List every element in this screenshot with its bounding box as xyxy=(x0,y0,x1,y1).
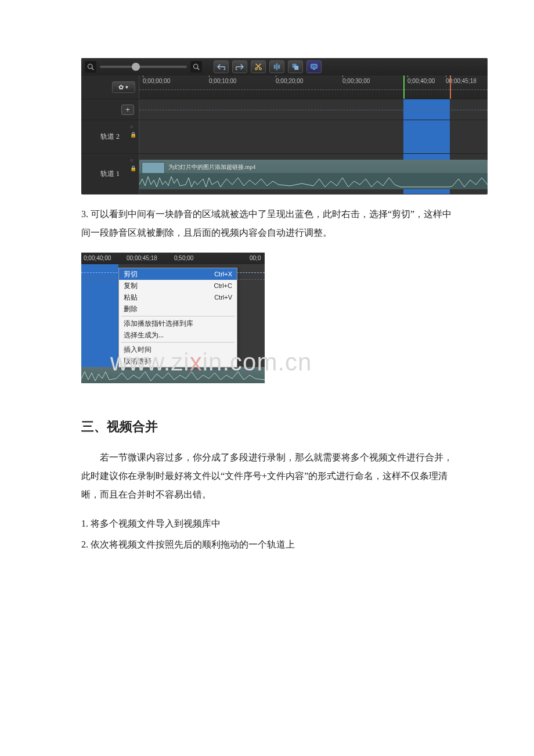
ruler-tick: 00;00;45;18 xyxy=(127,255,157,261)
playhead-in-marker[interactable] xyxy=(403,75,405,99)
menu-item-cancel-selection[interactable]: 取消选择 xyxy=(119,355,237,367)
svg-rect-12 xyxy=(294,66,298,70)
svg-rect-13 xyxy=(311,64,317,69)
video-clip[interactable]: 为幻灯片中的图片添加超链接.mp4 xyxy=(139,160,488,189)
selection-highlight xyxy=(81,264,118,287)
gear-dropdown[interactable]: ✿ ▼ xyxy=(112,81,135,93)
zoom-slider[interactable] xyxy=(100,66,187,68)
track-visible-icon[interactable]: ○ xyxy=(130,124,136,129)
section-heading: 三、视频合并 xyxy=(81,418,453,435)
svg-rect-10 xyxy=(278,65,280,69)
list-item: 1. 将多个视频文件导入到视频库中 xyxy=(81,514,453,533)
track-1-label: 轨道 1 xyxy=(100,169,120,179)
list-item: 2. 依次将视频文件按照先后的顺利拖动的一个轨道上 xyxy=(81,535,453,554)
screen-tool-button[interactable] xyxy=(306,60,322,73)
timeline-editor-screenshot: ✿ ▼ 0;00;00;00 0;00;10;00 0;00;20;00 0;0… xyxy=(81,58,488,195)
ruler-tick: 0;00;00;00 xyxy=(143,78,170,84)
undo-button[interactable] xyxy=(214,60,229,73)
svg-rect-9 xyxy=(274,65,276,69)
track-2-lane[interactable] xyxy=(139,120,488,153)
cut-tool-button[interactable] xyxy=(251,60,266,73)
menu-item-insert-time[interactable]: 插入时间 xyxy=(119,344,237,355)
chevron-down-icon: ▼ xyxy=(125,85,129,90)
svg-point-5 xyxy=(259,68,262,70)
ruler-tick: 0;00;40;00 xyxy=(84,255,111,261)
track-2-label: 轨道 2 xyxy=(100,132,120,142)
menu-item-delete[interactable]: 删除 xyxy=(119,303,237,315)
zoom-out-icon[interactable] xyxy=(85,61,96,73)
svg-line-1 xyxy=(92,68,93,70)
svg-line-3 xyxy=(197,68,199,70)
playhead-out-marker[interactable] xyxy=(450,75,451,99)
editor-toolbar xyxy=(81,58,488,75)
section-paragraph: 若一节微课内容过多，你分成了多段进行录制，那么就需要将多个视频文件进行合并，此时… xyxy=(81,448,453,504)
context-menu-screenshot: 0;00;40;00 00;00;45;18 0;50;00 00;0 剪切 C… xyxy=(81,253,265,383)
ruler-tick: 0;50;00 xyxy=(174,255,193,261)
ruler-tick: 0;00;40;00 xyxy=(407,78,435,84)
gear-icon: ✿ xyxy=(118,84,124,91)
track-lock-icon[interactable]: 🔒 xyxy=(130,165,136,171)
add-track-button[interactable]: + xyxy=(121,105,134,115)
track-visible-icon[interactable]: ○ xyxy=(130,157,136,163)
audio-waveform xyxy=(139,173,488,189)
ruler-segment: 0;00;40;00 00;00;45;18 0;50;00 00;0 xyxy=(81,253,265,264)
split-tool-button[interactable] xyxy=(269,60,284,73)
selection-highlight xyxy=(403,120,450,153)
context-menu: 剪切 Ctrl+X 复制 Ctrl+C 粘贴 Ctrl+V 删除 添加播放指针选… xyxy=(118,268,237,368)
track-1-lane[interactable]: 为幻灯片中的图片添加超链接.mp4 xyxy=(139,154,488,194)
svg-point-0 xyxy=(88,64,93,69)
selection-highlight xyxy=(81,287,118,367)
ruler-tick: 00;0 xyxy=(250,255,261,261)
svg-point-2 xyxy=(194,64,199,69)
menu-item-cut[interactable]: 剪切 Ctrl+X xyxy=(119,268,237,280)
copy-tool-button[interactable] xyxy=(288,60,303,73)
instruction-paragraph-3: 3. 可以看到中间有一块静音的区域就被选中了呈现出蓝色，此时右击，选择“剪切”，… xyxy=(81,205,453,242)
menu-item-generate-select[interactable]: 选择生成为... xyxy=(119,329,237,341)
audio-waveform xyxy=(81,367,265,383)
clip-filename: 为幻灯片中的图片添加超链接.mp4 xyxy=(168,163,255,171)
menu-item-add-marker[interactable]: 添加播放指针选择到库 xyxy=(119,318,237,329)
track-lock-icon[interactable]: 🔒 xyxy=(130,132,136,138)
redo-button[interactable] xyxy=(232,60,247,73)
ruler-tick: 0;00;10;00 xyxy=(209,78,236,84)
menu-item-paste[interactable]: 粘贴 Ctrl+V xyxy=(119,291,237,303)
zoom-in-icon[interactable] xyxy=(190,61,202,73)
ruler-tick: 0;00;30;00 xyxy=(342,78,370,84)
menu-item-copy[interactable]: 复制 Ctrl+C xyxy=(119,280,237,291)
svg-point-4 xyxy=(255,68,258,70)
timeline-ruler[interactable]: 0;00;00;00 0;00;10;00 0;00;20;00 0;00;30… xyxy=(139,75,488,99)
ruler-tick: 0;00;20;00 xyxy=(276,78,303,84)
